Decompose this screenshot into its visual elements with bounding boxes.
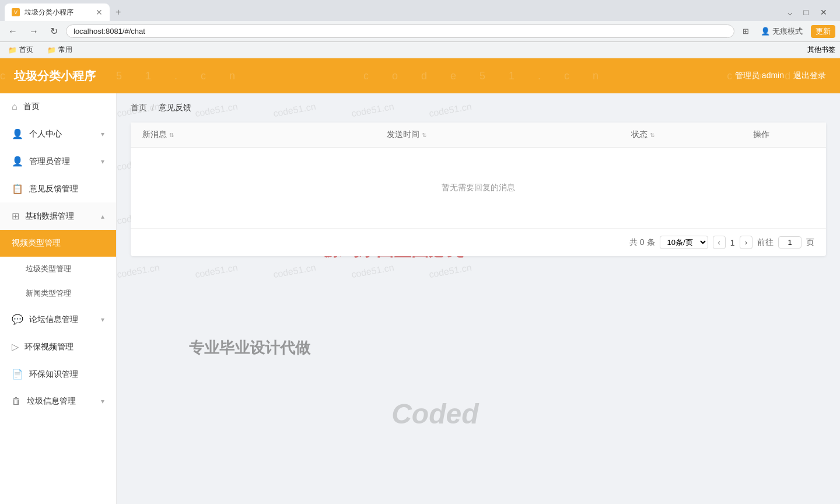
sidebar-label-news-type: 新闻类型管理	[26, 289, 71, 298]
update-button[interactable]: 更新	[811, 25, 835, 38]
app-header: code51.cn code51.cn code51.cn code51.cn …	[0, 58, 840, 93]
sidebar-label-forum: 论坛信息管理	[29, 314, 78, 325]
sidebar-label-feedback: 意见反馈管理	[29, 184, 78, 194]
th-time-label: 发送时间	[387, 130, 419, 140]
th-status: 状态 ⇅	[631, 130, 753, 140]
th-status-label: 状态	[631, 130, 648, 140]
table-empty-state: 暂无需要回复的消息	[131, 148, 826, 228]
sidebar-sub-video-type[interactable]: 视频类型管理	[0, 230, 116, 257]
sidebar-sub-news-type[interactable]: 新闻类型管理	[0, 281, 116, 306]
sidebar-item-feedback[interactable]: 📋 意见反馈管理	[0, 175, 116, 202]
tab-bar: V 垃圾分类小程序 ✕ + ⌵ □ ✕	[0, 0, 840, 21]
feedback-icon: 📋	[12, 183, 23, 194]
sidebar-sub-trash-type[interactable]: 垃圾类型管理	[0, 257, 116, 281]
user-profile-button[interactable]: 👤 无痕模式	[757, 25, 806, 38]
trash-info-icon: 🗑	[12, 396, 21, 407]
sidebar-item-trash-info[interactable]: 🗑 垃圾信息管理 ▾	[0, 388, 116, 415]
logout-button[interactable]: 退出登录	[793, 71, 826, 81]
forum-icon: 💬	[12, 314, 23, 325]
eco-video-icon: ▷	[12, 341, 19, 352]
new-tab-button[interactable]: +	[110, 7, 127, 18]
th-time: 发送时间 ⇅	[387, 130, 631, 140]
bookmark-icon-2: 📁	[47, 46, 56, 54]
bookmark-item-2[interactable]: 📁 常用	[44, 44, 76, 56]
personal-arrow-icon: ▾	[101, 130, 104, 138]
header-watermark: code51.cn code51.cn code51.cn code51.cn …	[0, 70, 840, 82]
app-body: ⌂ 首页 👤 个人中心 ▾ 👤 管理员管理 ▾ 📋 意见反馈管理	[0, 93, 840, 504]
breadcrumb-current: 意见反馈	[159, 103, 191, 113]
sidebar-item-eco-knowledge[interactable]: 📄 环保知识管理	[0, 360, 116, 388]
th-action-label: 操作	[753, 130, 769, 140]
basic-data-icon: ⊞	[12, 211, 19, 222]
pagination-current-page: 1	[730, 238, 735, 247]
sidebar-label-home: 首页	[23, 102, 40, 112]
sort-icon-msg[interactable]: ⇅	[169, 132, 174, 138]
pagination-size-select[interactable]: 10条/页	[660, 236, 708, 249]
active-tab[interactable]: V 垃圾分类小程序 ✕	[5, 4, 110, 21]
sidebar-item-basic-data[interactable]: ⊞ 基础数据管理 ▴	[0, 202, 116, 230]
eco-knowledge-icon: 📄	[12, 369, 23, 380]
sidebar-item-forum[interactable]: 💬 论坛信息管理 ▾	[0, 306, 116, 333]
sidebar-label-personal: 个人中心	[29, 129, 62, 139]
trash-info-arrow-icon: ▾	[101, 397, 104, 405]
sidebar: ⌂ 首页 👤 个人中心 ▾ 👤 管理员管理 ▾ 📋 意见反馈管理	[0, 93, 117, 504]
personal-icon: 👤	[12, 128, 23, 139]
address-bar: ← → ↻ ⊞ 👤 无痕模式 更新	[0, 21, 840, 42]
window-controls: ⌵ □ ✕	[784, 6, 835, 18]
pagination-prev-button[interactable]: ‹	[713, 236, 726, 249]
admin-label: 管理员 admin	[735, 71, 784, 81]
home-icon: ⌂	[12, 102, 18, 112]
sidebar-label-trash-info: 垃圾信息管理	[27, 396, 76, 407]
window-maximize-button[interactable]: □	[800, 6, 812, 18]
bookmarks-bar: 📁 首页 📁 常用 其他书签	[0, 42, 840, 58]
window-minimize-button[interactable]: ⌵	[784, 6, 796, 18]
app-logo: 垃圾分类小程序	[14, 68, 96, 84]
table-header: 新消息 ⇅ 发送时间 ⇅ 状态 ⇅ 操作	[131, 123, 826, 148]
sidebar-label-eco-video: 环保视频管理	[24, 342, 74, 352]
extensions-button[interactable]: ⊞	[739, 26, 752, 37]
tab-favicon: V	[12, 8, 20, 16]
basic-data-arrow-icon: ▴	[101, 212, 104, 220]
breadcrumb-home-link[interactable]: 首页	[131, 103, 147, 113]
breadcrumb-separator: /	[152, 103, 154, 113]
watermark-coded-text: Coded	[391, 398, 478, 430]
pagination-bar: 共 0 条 10条/页 ‹ 1 › 前往 页	[131, 228, 826, 256]
bookmarks-right: 其他书签	[807, 45, 835, 55]
admin-icon: 👤	[12, 156, 23, 167]
sort-icon-status[interactable]: ⇅	[650, 132, 654, 138]
tab-title: 垃圾分类小程序	[24, 8, 91, 18]
address-input[interactable]	[66, 24, 734, 38]
sidebar-item-eco-video[interactable]: ▷ 环保视频管理	[0, 333, 116, 360]
nav-refresh-button[interactable]: ↻	[47, 24, 61, 38]
sort-icon-time[interactable]: ⇅	[422, 132, 426, 138]
main-content: code51.cn code51.cn code51.cn code51.cn …	[117, 93, 840, 504]
header-right: 管理员 admin 退出登录	[735, 71, 826, 81]
forum-arrow-icon: ▾	[101, 316, 104, 324]
sidebar-item-home[interactable]: ⌂ 首页	[0, 93, 116, 120]
breadcrumb: 首页 / 意见反馈	[131, 103, 826, 113]
sidebar-label-video-type: 视频类型管理	[12, 238, 61, 249]
pagination-next-button[interactable]: ›	[740, 236, 752, 249]
sidebar-label-admin: 管理员管理	[29, 156, 70, 167]
window-close-button[interactable]: ✕	[817, 6, 831, 18]
watermark-black-text: 专业毕业设计代做	[189, 338, 310, 358]
close-tab-button[interactable]: ✕	[96, 8, 103, 17]
th-msg: 新消息 ⇅	[142, 130, 387, 140]
pagination-goto-input[interactable]	[778, 236, 802, 249]
sidebar-item-admin-mgmt[interactable]: 👤 管理员管理 ▾	[0, 148, 116, 175]
table-empty-text: 暂无需要回复的消息	[442, 183, 515, 192]
nav-back-button[interactable]: ←	[5, 25, 21, 38]
th-action: 操作	[753, 130, 814, 140]
browser-actions: ⊞ 👤 无痕模式 更新	[739, 25, 835, 38]
bookmark-item-1[interactable]: 📁 首页	[5, 44, 37, 56]
pagination-page-label: 页	[806, 237, 814, 248]
bookmark-icon-1: 📁	[8, 46, 17, 54]
sidebar-item-personal[interactable]: 👤 个人中心 ▾	[0, 120, 116, 148]
sidebar-label-eco-knowledge: 环保知识管理	[29, 369, 78, 380]
pagination-goto-label: 前往	[757, 237, 774, 248]
nav-forward-button[interactable]: →	[26, 25, 42, 38]
sidebar-label-basic-data: 基础数据管理	[25, 211, 74, 222]
th-msg-label: 新消息	[142, 130, 167, 140]
pagination-total: 共 0 条	[629, 237, 655, 248]
sidebar-label-trash-type: 垃圾类型管理	[26, 264, 71, 273]
